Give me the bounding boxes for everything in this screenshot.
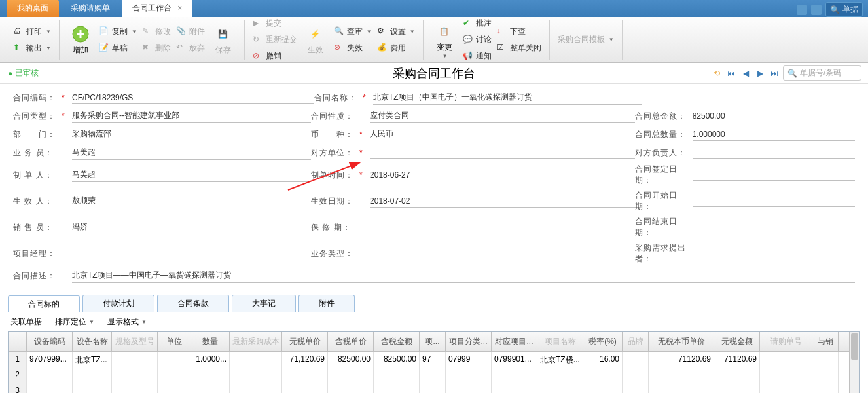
template-button[interactable]: 采购合同模板▼ xyxy=(555,33,617,47)
help-icon[interactable] xyxy=(797,5,807,15)
last-icon[interactable]: ⏭ xyxy=(769,67,780,79)
col-tax-rate[interactable]: 税率(%) xyxy=(583,332,623,351)
field-party-owner[interactable] xyxy=(693,147,855,159)
col-req-no[interactable]: 请购单号 xyxy=(760,332,812,351)
col-proj-class[interactable]: 项目分类... xyxy=(446,332,492,351)
review-icon: 🔍 xyxy=(334,26,344,37)
prev-icon[interactable]: ◀ xyxy=(740,67,751,79)
attach-button[interactable]: 📎附件 xyxy=(173,25,208,39)
col-notax-price[interactable]: 无税单价 xyxy=(282,332,328,351)
field-dept[interactable]: 采购物流部 xyxy=(72,127,311,141)
col-notax-amt[interactable]: 无税金额 xyxy=(714,332,760,351)
revoke-button[interactable]: ⊘撤销 xyxy=(250,49,300,63)
col-spec[interactable]: 规格及型号 xyxy=(112,332,158,351)
field-start-date[interactable] xyxy=(693,195,855,207)
settings-button[interactable]: ⚙设置▼ xyxy=(374,25,418,39)
label-code: 合同编码： xyxy=(13,92,58,103)
tab-desktop[interactable]: 我的桌面 xyxy=(7,0,59,17)
field-code[interactable]: CF/PC/18239/GS xyxy=(72,92,314,104)
col-brand[interactable]: 品牌 xyxy=(623,332,649,351)
review-button[interactable]: 🔍查审▼ xyxy=(331,25,374,39)
field-effect-date[interactable]: 2018-07-02 xyxy=(370,195,635,208)
col-qty[interactable]: 数量 xyxy=(190,332,230,351)
delete-button[interactable]: ✖删除 xyxy=(139,41,173,55)
tab-purchase-req[interactable]: 采购请购单 xyxy=(60,0,120,17)
field-nature[interactable]: 应付类合同 xyxy=(370,109,635,123)
submit-button[interactable]: ▶提交 xyxy=(250,16,300,30)
search-placeholder: 单据 xyxy=(842,4,858,15)
resubmit-button[interactable]: ↻重新提交 xyxy=(250,33,300,47)
field-total-amt[interactable]: 82500.00 xyxy=(693,110,855,122)
title-bar: 已审核 采购合同工作台 ⟲ ⏮ ◀ ▶ ⏭ 🔍 单据号/条码 xyxy=(0,63,868,84)
tab-contract-workbench[interactable]: 合同工作台 × xyxy=(122,0,192,17)
invalid-button[interactable]: ⊘失效 xyxy=(331,41,374,55)
add-button[interactable]: 增加 xyxy=(65,21,96,58)
col-tax-price[interactable]: 含税单价 xyxy=(328,332,374,351)
col-notax-local[interactable]: 无税本币单价 xyxy=(649,332,714,351)
col-tax-amt[interactable]: 含税金额 xyxy=(374,332,420,351)
field-make-date[interactable]: 2018-06-27 xyxy=(370,169,635,181)
effect-button[interactable]: ⚡ 生效 xyxy=(300,21,331,58)
col-proj-name[interactable]: 项目名称 xyxy=(537,332,583,351)
edit-button[interactable]: ✎修改 xyxy=(139,25,173,39)
col-proj-ref[interactable]: 对应项目... xyxy=(492,332,537,351)
field-currency[interactable]: 人民币 xyxy=(370,127,635,141)
draft-button[interactable]: 📝草稿 xyxy=(96,41,139,55)
table-row[interactable]: 19707999...北京TZ...1.0000...71,120.698250… xyxy=(9,352,859,367)
save-button[interactable]: 💾 保存 xyxy=(208,21,239,58)
field-biz[interactable]: 马美超 xyxy=(72,145,311,160)
change-button[interactable]: 📋 变更▼ xyxy=(429,18,460,62)
format-button[interactable]: 显示格式▼ xyxy=(107,316,147,328)
col-latest-cost[interactable]: 最新采购成本 xyxy=(230,332,282,351)
field-effector[interactable]: 敖顺荣 xyxy=(72,194,311,208)
sort-button[interactable]: 排序定位▼ xyxy=(55,316,94,328)
global-search[interactable]: 🔍 单据 xyxy=(825,2,863,17)
first-icon[interactable]: ⏮ xyxy=(725,67,737,79)
record-search[interactable]: 🔍 单据号/条码 xyxy=(783,66,861,81)
info-icon[interactable] xyxy=(811,5,822,15)
col-equip-name[interactable]: 设备名称 xyxy=(73,332,112,351)
col-proj[interactable]: 项... xyxy=(420,332,446,351)
fee-button[interactable]: 💰费用 xyxy=(374,41,418,55)
tab-payment[interactable]: 付款计划 xyxy=(82,295,154,312)
tab-events[interactable]: 大事记 xyxy=(232,295,296,312)
col-linked[interactable]: 与销 xyxy=(812,332,839,351)
field-total-qty[interactable]: 1.000000 xyxy=(693,128,855,141)
abandon-button[interactable]: ↶放弃 xyxy=(173,41,208,55)
notify-button[interactable]: 📢通知 xyxy=(460,49,494,63)
field-name[interactable]: 北京TZ项目（中国电子）一氧化碳探测器订货 xyxy=(373,90,642,105)
field-maker[interactable]: 马美超 xyxy=(72,168,311,182)
field-pm[interactable] xyxy=(72,248,311,259)
field-requester[interactable] xyxy=(700,248,855,259)
table-row[interactable]: 2 xyxy=(9,367,859,383)
drill-button[interactable]: ↓下查 xyxy=(494,25,544,39)
refresh-icon[interactable]: ⟲ xyxy=(711,67,723,79)
approve-note-button[interactable]: ✔批注 xyxy=(460,16,494,30)
tab-target[interactable]: 合同标的 xyxy=(8,295,80,312)
col-equip-code[interactable]: 设备编码 xyxy=(27,332,73,351)
tab-attach[interactable]: 附件 xyxy=(298,295,355,312)
field-end-date[interactable] xyxy=(693,221,855,233)
full-close-button[interactable]: ☑整单关闭 xyxy=(494,41,544,55)
field-party[interactable] xyxy=(370,147,635,159)
field-sign-date[interactable] xyxy=(693,169,855,181)
vertical-scrollbar[interactable] xyxy=(849,332,859,393)
note-icon: ✔ xyxy=(463,18,473,29)
close-icon[interactable]: × xyxy=(177,3,182,12)
tab-terms[interactable]: 合同条款 xyxy=(157,295,229,312)
field-warranty[interactable] xyxy=(370,221,635,233)
label-sign-date: 合同签定日期： xyxy=(635,164,693,186)
discuss-button[interactable]: 💬讨论 xyxy=(460,33,494,47)
grid-toolbar: 关联单据 排序定位▼ 显示格式▼ xyxy=(0,312,868,331)
field-sales[interactable]: 冯娇 xyxy=(72,220,311,234)
table-row[interactable]: 3 xyxy=(9,383,859,393)
output-button[interactable]: ⬆输出▼ xyxy=(10,41,54,55)
field-biz-type[interactable] xyxy=(370,248,635,259)
field-desc[interactable]: 北京TZ项目——中国电子—氧货碳探测器订货 xyxy=(72,269,855,283)
next-icon[interactable]: ▶ xyxy=(754,67,766,79)
related-docs-button[interactable]: 关联单据 xyxy=(10,316,42,328)
field-type[interactable]: 服务采购合同--智能建筑事业部 xyxy=(72,109,311,123)
print-button[interactable]: 🖨打印▼ xyxy=(10,25,54,39)
copy-button[interactable]: 📄复制▼ xyxy=(96,25,139,39)
col-unit[interactable]: 单位 xyxy=(158,332,190,351)
